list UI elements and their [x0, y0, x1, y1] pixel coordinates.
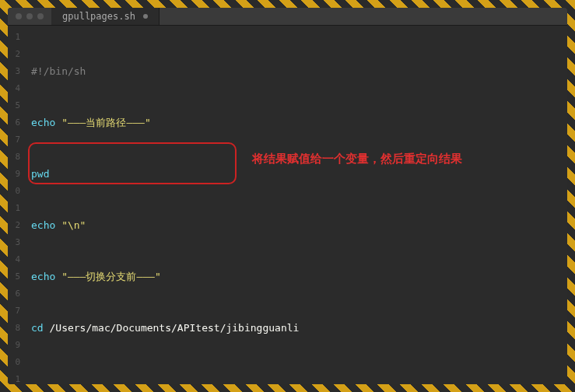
shebang: #!/bin/sh: [31, 65, 86, 77]
code-line: echo "———当前路径———": [31, 114, 561, 131]
minimize-icon[interactable]: [26, 13, 33, 19]
lineno: 6: [11, 285, 20, 303]
lineno: 1: [11, 371, 20, 384]
lineno: 1: [11, 200, 20, 217]
window-controls: [8, 13, 51, 19]
editor-window: gpullpages.sh 1 2 3 4 5 6 7 8 9 0 1 2 3 …: [8, 8, 567, 384]
maximize-icon[interactable]: [37, 13, 44, 19]
editor-body[interactable]: 1 2 3 4 5 6 7 8 9 0 1 2 3 4 5 6 7 8 9 0 …: [8, 26, 567, 384]
lineno: 0: [11, 183, 20, 200]
lineno: 4: [11, 251, 20, 268]
lineno: 7: [11, 303, 20, 320]
lineno: 0: [11, 354, 20, 371]
code-line: echo "\n": [31, 217, 561, 234]
lineno: 8: [11, 149, 20, 166]
lineno: 5: [11, 268, 20, 285]
code-line: #!/bin/sh: [31, 63, 561, 80]
lineno: 7: [11, 131, 20, 149]
modified-dot-icon: [143, 14, 148, 19]
file-tab[interactable]: gpullpages.sh: [51, 8, 160, 25]
lineno: 1: [11, 29, 20, 46]
code-line: echo "———切换分支前———": [31, 268, 561, 285]
lineno: 6: [11, 114, 20, 131]
lineno: 9: [11, 166, 20, 183]
annotation-text: 将结果赋值给一个变量，然后重定向结果: [252, 150, 462, 167]
lineno: 4: [11, 80, 20, 97]
lineno: 3: [11, 63, 20, 80]
tab-bar: gpullpages.sh: [8, 8, 567, 26]
lineno: 5: [11, 97, 20, 114]
code-line: cd /Users/mac/Documents/APItest/jibinggu…: [31, 320, 561, 337]
lineno: 9: [11, 337, 20, 354]
code-line: pwd: [31, 166, 561, 183]
code-line: [31, 371, 561, 384]
line-gutter: 1 2 3 4 5 6 7 8 9 0 1 2 3 4 5 6 7 8 9 0 …: [8, 26, 25, 384]
lineno: 3: [11, 234, 20, 251]
lineno: 8: [11, 320, 20, 337]
lineno: 2: [11, 46, 20, 63]
lineno: 2: [11, 217, 20, 234]
tab-filename: gpullpages.sh: [62, 11, 135, 22]
close-icon[interactable]: [16, 13, 22, 19]
code-area[interactable]: #!/bin/sh echo "———当前路径———" pwd echo "\n…: [25, 26, 567, 384]
